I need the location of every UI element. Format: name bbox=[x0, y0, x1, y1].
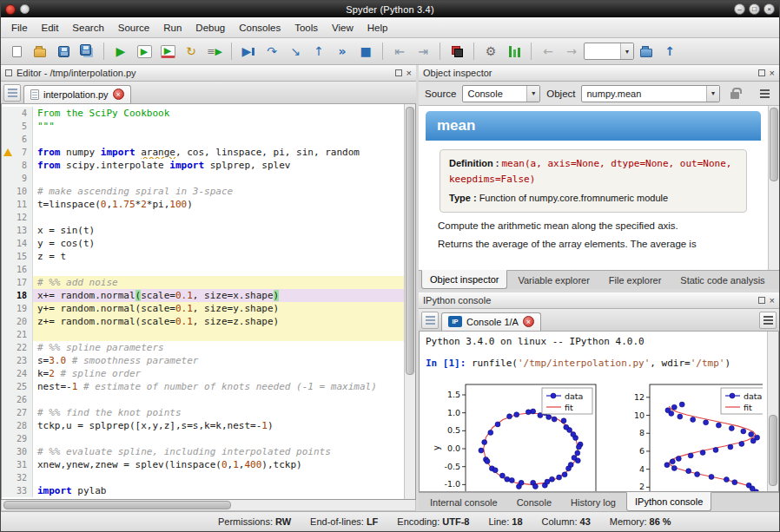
menu-edit[interactable]: Edit bbox=[35, 20, 66, 36]
line-number[interactable]: 19 bbox=[2, 302, 33, 315]
line-number[interactable]: 7 bbox=[2, 146, 33, 159]
next-cursor-position-button[interactable]: ⇥ bbox=[412, 40, 434, 62]
save-file-button[interactable] bbox=[52, 40, 75, 62]
line-number[interactable]: 33 bbox=[2, 484, 33, 497]
tab-variable-explorer[interactable]: Variable explorer bbox=[509, 271, 598, 289]
line-number[interactable]: 8 bbox=[2, 159, 33, 172]
line-number[interactable]: 22 bbox=[2, 341, 33, 354]
tab-close-button[interactable]: × bbox=[113, 89, 124, 100]
menu-consoles[interactable]: Consoles bbox=[232, 20, 288, 36]
tab-static-code-analysis[interactable]: Static code analysis bbox=[671, 271, 773, 289]
line-number[interactable]: 10 bbox=[2, 185, 33, 198]
line-number[interactable]: 20 bbox=[2, 315, 33, 328]
panel-close-icon[interactable]: × bbox=[407, 69, 412, 78]
editor-tab-interpolation[interactable]: interpolation.py × bbox=[23, 85, 131, 103]
debug-continue-button[interactable]: » bbox=[331, 40, 354, 62]
line-number[interactable]: 13 bbox=[2, 224, 33, 237]
code-line-text[interactable]: # make ascending spiral in 3-space bbox=[33, 185, 404, 198]
editor-vertical-scrollbar[interactable] bbox=[404, 104, 415, 499]
line-number[interactable]: 32 bbox=[2, 471, 33, 484]
line-number[interactable]: 17 bbox=[2, 276, 33, 289]
line-number[interactable]: 25 bbox=[2, 380, 33, 393]
object-combobox[interactable]: numpy.mean ▾ bbox=[581, 85, 720, 102]
working-directory-combo[interactable]: ▾ bbox=[584, 43, 634, 60]
code-line-text[interactable]: from numpy import arange, cos, linspace,… bbox=[33, 146, 404, 159]
run-cell-and-advance-button[interactable]: ▶ bbox=[156, 40, 179, 62]
line-number[interactable]: 4 bbox=[2, 107, 33, 120]
line-number[interactable]: 24 bbox=[2, 367, 33, 380]
nav-forward-button[interactable]: → bbox=[560, 40, 583, 62]
panel-close-icon[interactable]: × bbox=[770, 69, 775, 78]
pythonpath-manager-button[interactable] bbox=[446, 40, 468, 62]
step-return-button[interactable]: ↑ bbox=[307, 40, 330, 62]
nav-back-button[interactable]: ← bbox=[537, 40, 559, 62]
line-number[interactable]: 11 bbox=[2, 198, 33, 211]
prev-cursor-position-button[interactable]: ⇤ bbox=[388, 40, 411, 62]
run-button[interactable]: ▶ bbox=[109, 40, 132, 62]
code-line-text[interactable] bbox=[33, 328, 404, 341]
menu-source[interactable]: Source bbox=[111, 20, 156, 36]
code-line-text[interactable] bbox=[33, 471, 404, 484]
tab-ipython-console[interactable]: IPython console bbox=[626, 492, 711, 511]
code-line-text[interactable]: nest=-1 # estimate of number of knots ne… bbox=[33, 380, 404, 393]
line-number[interactable]: 18 bbox=[2, 289, 33, 302]
maximize-button[interactable]: □ bbox=[749, 3, 760, 15]
code-editor[interactable]: 4From the SciPy Cookbook5"""67from numpy… bbox=[1, 104, 416, 500]
debug-button[interactable]: ▶ bbox=[237, 40, 260, 62]
new-file-button[interactable] bbox=[5, 40, 28, 62]
console-tab-list-button[interactable] bbox=[421, 312, 439, 329]
step-into-button[interactable]: ↘ bbox=[284, 40, 307, 62]
menu-help[interactable]: Help bbox=[360, 20, 395, 36]
close-button[interactable]: × bbox=[763, 3, 775, 15]
line-number[interactable]: 23 bbox=[2, 354, 33, 367]
code-line-text[interactable] bbox=[33, 393, 404, 406]
save-all-button[interactable] bbox=[76, 40, 98, 62]
menu-run[interactable]: Run bbox=[156, 20, 188, 36]
menu-file[interactable]: File bbox=[4, 20, 35, 36]
code-line-text[interactable]: x+= random.normal(scale=0.1, size=x.shap… bbox=[33, 289, 404, 302]
line-number[interactable]: 16 bbox=[2, 263, 33, 276]
menu-tools[interactable]: Tools bbox=[288, 20, 325, 36]
tab-object-inspector[interactable]: Object inspector bbox=[421, 270, 507, 289]
line-number[interactable]: 21 bbox=[2, 328, 33, 341]
line-number[interactable]: 27 bbox=[2, 406, 33, 419]
code-line-text[interactable]: k=2 # spline order bbox=[33, 367, 404, 380]
code-line-text[interactable]: # %% spline parameters bbox=[33, 341, 404, 354]
minimize-button[interactable]: – bbox=[734, 3, 745, 15]
undock-icon[interactable] bbox=[758, 69, 765, 76]
code-line-text[interactable] bbox=[33, 172, 404, 185]
code-line-text[interactable]: import pylab bbox=[33, 484, 404, 497]
profiler-button[interactable] bbox=[503, 40, 526, 62]
panel-close-icon[interactable]: × bbox=[770, 296, 775, 305]
source-select[interactable]: Console ▾ bbox=[462, 85, 540, 102]
line-number[interactable]: 6 bbox=[2, 133, 33, 146]
code-line-text[interactable]: # %% find the knot points bbox=[33, 406, 404, 419]
line-number[interactable]: 30 bbox=[2, 445, 33, 458]
code-line-text[interactable]: x = sin(t) bbox=[33, 224, 404, 237]
debug-stop-button[interactable]: ■ bbox=[354, 40, 377, 62]
console-tab-1a[interactable]: IP Console 1/A × bbox=[441, 312, 541, 331]
tab-history-log[interactable]: History log bbox=[562, 493, 625, 511]
console-content[interactable]: Python 3.4.0 on linux -- IPython 4.0.0In… bbox=[420, 332, 767, 491]
line-number[interactable]: 5 bbox=[2, 120, 33, 133]
code-line-text[interactable] bbox=[33, 432, 404, 445]
code-line-text[interactable]: """ bbox=[33, 120, 404, 133]
tab-internal-console[interactable]: Internal console bbox=[421, 493, 506, 511]
run-cell-button[interactable]: ▶ bbox=[133, 40, 155, 62]
options-menu-button[interactable] bbox=[756, 85, 773, 102]
inspector-scrollbar[interactable] bbox=[768, 106, 779, 270]
undock-icon[interactable] bbox=[758, 297, 765, 304]
code-line-text[interactable]: from scipy.interpolate import splprep, s… bbox=[33, 159, 404, 172]
code-line-text[interactable]: z+= random.normal(scale=0.1, size=z.shap… bbox=[33, 315, 404, 328]
code-line-text[interactable] bbox=[33, 211, 404, 224]
console-scrollbar[interactable] bbox=[767, 332, 778, 491]
line-number[interactable]: 12 bbox=[2, 211, 33, 224]
code-line-text[interactable]: # %% add noise bbox=[33, 276, 404, 289]
run-selection-button[interactable]: ≡▶ bbox=[203, 40, 226, 62]
line-number[interactable]: 31 bbox=[2, 458, 33, 471]
code-line-text[interactable]: tckp,u = splprep([x,y,z],s=s,k=k,nest=-1… bbox=[33, 419, 404, 432]
parent-directory-button[interactable]: ↑ bbox=[658, 40, 681, 62]
undock-icon[interactable] bbox=[395, 69, 402, 76]
menu-debug[interactable]: Debug bbox=[188, 20, 232, 36]
code-line-text[interactable] bbox=[33, 133, 404, 146]
